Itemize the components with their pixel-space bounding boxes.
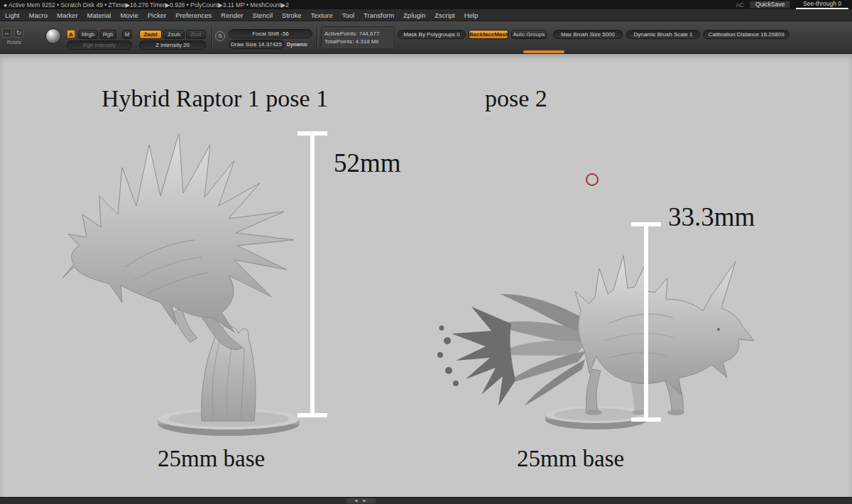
bottom-scrollbar-track[interactable]: ◀ ▶ bbox=[0, 497, 852, 504]
canvas-area: Hybrid Raptor 1 pose 1 pose 2 52mm 33.3m… bbox=[0, 54, 852, 497]
points-panel: ActivePoints: 744,677 TotalPoints: 4.318… bbox=[321, 26, 395, 49]
auto-groups-button[interactable]: Auto Groups bbox=[511, 30, 547, 39]
measure-line-pose1 bbox=[297, 131, 327, 417]
menu-item-movie[interactable]: Movie bbox=[120, 11, 138, 19]
color-swatch[interactable]: A bbox=[67, 30, 75, 38]
menu-item-preferences[interactable]: Preferences bbox=[175, 11, 212, 19]
shelf-divider-2 bbox=[317, 27, 317, 48]
menu-item-marker[interactable]: Marker bbox=[57, 11, 78, 19]
menu-item-light[interactable]: Light bbox=[5, 11, 20, 19]
tail-pose2 bbox=[437, 294, 594, 406]
menu-item-zplugin[interactable]: Zplugin bbox=[403, 11, 425, 19]
memory-status-text: ● Active Mem 9252 • Scratch Disk 49 • ZT… bbox=[4, 1, 289, 9]
menu-item-macro[interactable]: Macro bbox=[29, 11, 48, 19]
rgb-intensity-slider[interactable]: Rgb Intensity bbox=[67, 40, 132, 50]
focal-shift-slider[interactable]: Focal Shift -56 bbox=[229, 29, 312, 38]
status-bar: ● Active Mem 9252 • Scratch Disk 49 • ZT… bbox=[0, 0, 852, 9]
backface-mask-button[interactable]: BackfaceMask bbox=[469, 30, 508, 39]
model-pose1 bbox=[62, 133, 300, 436]
quicksave-button[interactable]: QuickSave bbox=[750, 1, 790, 9]
dynamic-brush-scale-slider[interactable]: Dynamic Brush Scale 1 bbox=[626, 30, 700, 39]
mrgb-button[interactable]: Mrgb bbox=[78, 30, 98, 39]
shelf-divider-1 bbox=[212, 27, 212, 48]
shelf-scroll-indicator[interactable] bbox=[523, 50, 564, 53]
see-through-slider[interactable]: See-through 0 bbox=[796, 0, 848, 9]
calibration-distance-slider[interactable]: Calibration Distance 16.29809 bbox=[703, 30, 790, 39]
pose1-base-label: 25mm base bbox=[158, 446, 265, 472]
menu-item-picker[interactable]: Picker bbox=[148, 11, 166, 19]
body-pose1 bbox=[62, 133, 294, 332]
draw-size-slider[interactable]: Draw Size 14.37425 bbox=[229, 40, 284, 49]
zadd-button[interactable]: Zadd bbox=[139, 30, 162, 39]
zsub-button[interactable]: Zsub bbox=[163, 30, 185, 39]
pose1-measurement-label: 52mm bbox=[334, 148, 401, 178]
menu-item-tool[interactable]: Tool bbox=[342, 11, 354, 19]
pose2-measurement-label: 33.3mm bbox=[668, 202, 755, 232]
menu-item-render[interactable]: Render bbox=[221, 11, 243, 19]
document-canvas[interactable] bbox=[0, 54, 852, 497]
total-points-text: TotalPoints: 4.318 Mil bbox=[324, 38, 394, 45]
active-points-text: ActivePoints: 744,677 bbox=[324, 31, 394, 37]
pose1-title: Hybrid Raptor 1 pose 1 bbox=[102, 85, 328, 112]
z-intensity-slider[interactable]: Z Intensity 20 bbox=[139, 40, 206, 50]
menu-item-material[interactable]: Material bbox=[87, 11, 111, 19]
bottom-scrollbar-handle[interactable]: ◀ ▶ bbox=[346, 498, 376, 503]
ac-label: AC bbox=[736, 1, 744, 9]
menu-item-help[interactable]: Help bbox=[464, 11, 479, 19]
pose2-title: pose 2 bbox=[485, 85, 547, 112]
m-button[interactable]: M bbox=[122, 30, 132, 39]
material-sphere-icon[interactable] bbox=[45, 28, 61, 44]
zcut-button[interactable]: Zcut bbox=[186, 30, 206, 39]
scale-icon[interactable]: ↔ bbox=[2, 28, 11, 38]
mask-by-polygroups-slider[interactable]: Mask By Polygroups 0 bbox=[398, 30, 466, 39]
pose2-base-label: 25mm base bbox=[517, 446, 624, 472]
top-shelf: ↔ ↻ Rotate A Mrgb Rgb M Rgb Intensity Za… bbox=[0, 21, 852, 54]
model-pose2 bbox=[437, 256, 754, 429]
rotate-caption: Rotate bbox=[2, 40, 26, 45]
menu-item-texture[interactable]: Texture bbox=[311, 11, 333, 19]
max-brush-size-slider[interactable]: Max Brush Size 5000 bbox=[553, 30, 623, 39]
rgb-button[interactable]: Rgb bbox=[99, 30, 116, 39]
dynamic-mode-label[interactable]: Dynamic bbox=[287, 42, 307, 47]
rotate-icon[interactable]: ↻ bbox=[14, 28, 23, 38]
brush-cursor-circle bbox=[586, 174, 598, 185]
menu-item-transform[interactable]: Transform bbox=[364, 11, 394, 19]
back-leg-pose2 bbox=[586, 369, 601, 412]
menu-item-stencil[interactable]: Stencil bbox=[253, 11, 273, 19]
menu-item-zscript[interactable]: Zscript bbox=[435, 11, 455, 19]
menu-item-stroke[interactable]: Stroke bbox=[282, 11, 301, 19]
menu-bar: Light Macro Marker Material Movie Picker… bbox=[0, 9, 852, 21]
body-pose2 bbox=[575, 256, 754, 395]
stroke-circle-icon[interactable]: S bbox=[215, 31, 225, 41]
